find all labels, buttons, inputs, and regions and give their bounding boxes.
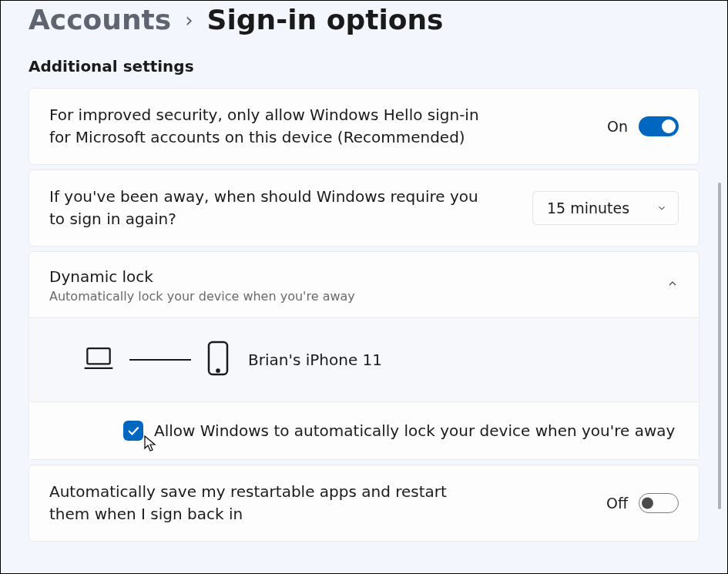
restartable-apps-toggle[interactable] <box>639 493 679 513</box>
dynamic-lock-checkbox-row: Allow Windows to automatically lock your… <box>29 401 699 459</box>
chevron-down-icon <box>656 200 667 217</box>
toggle-state-label: On <box>607 118 628 135</box>
setting-dynamic-lock: Dynamic lock Automatically lock your dev… <box>29 251 699 460</box>
require-signin-dropdown[interactable]: 15 minutes <box>532 191 679 225</box>
dynamic-lock-checkbox-label: Allow Windows to automatically lock your… <box>154 421 675 440</box>
paired-device-row: Brian's iPhone 11 <box>29 318 699 401</box>
dynamic-lock-header[interactable]: Dynamic lock Automatically lock your dev… <box>29 252 699 317</box>
setting-require-signin-after-away: If you've been away, when should Windows… <box>29 170 699 247</box>
chevron-up-icon <box>666 277 679 293</box>
setting-windows-hello-only-label: For improved security, only allow Window… <box>49 104 496 149</box>
breadcrumb: Accounts › Sign-in options <box>29 1 699 57</box>
section-heading-additional-settings: Additional settings <box>29 57 699 76</box>
setting-restartable-apps: Automatically save my restartable apps a… <box>29 465 699 542</box>
scrollbar[interactable] <box>718 183 721 509</box>
svg-point-3 <box>216 369 219 371</box>
paired-device-name: Brian's iPhone 11 <box>248 351 382 369</box>
toggle-knob <box>642 498 653 509</box>
setting-windows-hello-only: For improved security, only allow Window… <box>29 88 699 165</box>
connection-line-icon <box>129 359 191 361</box>
dynamic-lock-title: Dynamic lock <box>49 266 355 287</box>
laptop-icon <box>82 341 116 378</box>
phone-icon <box>205 340 231 380</box>
toggle-knob <box>662 119 676 133</box>
setting-require-signin-label: If you've been away, when should Windows… <box>49 186 496 230</box>
dynamic-lock-subtitle: Automatically lock your device when you'… <box>49 289 355 304</box>
page-title: Sign-in options <box>207 4 444 35</box>
dynamic-lock-checkbox[interactable] <box>123 421 143 441</box>
dynamic-lock-body: Brian's iPhone 11 Allow Windows to autom… <box>29 317 699 459</box>
toggle-state-label: Off <box>606 495 628 512</box>
windows-hello-toggle[interactable] <box>639 116 679 136</box>
require-signin-selected-value: 15 minutes <box>547 200 629 217</box>
chevron-right-icon: › <box>185 8 193 32</box>
breadcrumb-parent[interactable]: Accounts <box>29 4 171 35</box>
setting-restartable-apps-label: Automatically save my restartable apps a… <box>49 481 465 525</box>
svg-rect-0 <box>87 348 109 364</box>
